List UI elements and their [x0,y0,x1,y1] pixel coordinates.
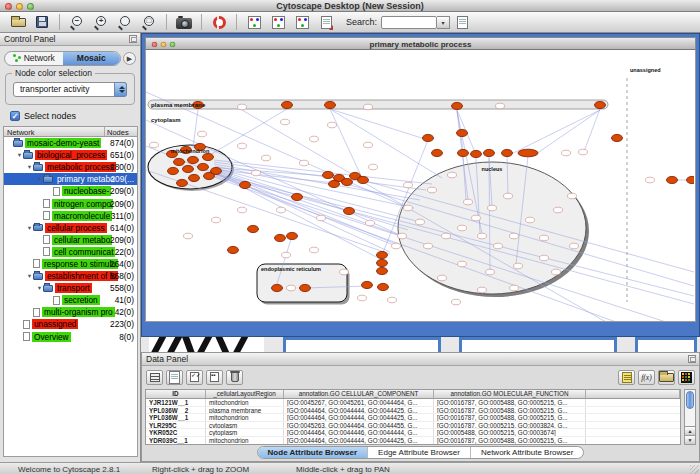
expander-icon[interactable]: ▼ [36,176,43,182]
column-header[interactable]: ID [146,390,206,398]
node-selected[interactable] [358,176,369,183]
node-selected[interactable] [452,102,463,109]
node-selected[interactable] [240,181,251,188]
node-selected[interactable] [595,101,606,108]
node-selected[interactable] [378,283,389,290]
node-unselected[interactable] [310,136,319,142]
column-header[interactable]: annotation.GO MOLECULAR_FUNCTION [434,390,586,398]
node-unselected[interactable] [448,172,457,178]
node-unselected[interactable] [398,233,407,239]
tab-network-attribute-browser[interactable]: Network Attribute Browser [471,447,583,458]
tree-row[interactable]: Overview8(0) [4,331,137,343]
tab-node-attribute-browser[interactable]: Node Attribute Browser [258,447,369,458]
tree-row[interactable]: mosaic-demo-yeast874(0) [4,137,137,149]
zoom-selected-button[interactable]: □ [138,13,160,31]
node-unselected[interactable] [328,122,337,128]
node-unselected[interactable] [442,233,451,239]
node-selected[interactable] [377,259,388,266]
table-cell[interactable]: YPL036W__1 [146,414,206,421]
node-selected[interactable] [174,158,185,165]
node-selected[interactable] [287,232,298,239]
edge[interactable] [330,109,442,178]
node-color-dropdown[interactable]: transporter activity [13,82,127,97]
node-selected[interactable] [300,284,311,291]
zoom-out-button[interactable]: − [66,13,88,31]
node-selected[interactable] [667,176,678,183]
node-unselected[interactable] [540,255,549,261]
table-cell[interactable]: mitochondrion [206,414,284,421]
node-unselected[interactable] [504,193,513,199]
node-unselected[interactable] [369,164,378,170]
plasma-membrane-region[interactable] [148,100,608,109]
tree-row[interactable]: ▼transport558(0) [4,282,137,294]
tab-mosaic[interactable]: Mosaic [63,52,121,65]
layout-blue-button[interactable] [267,13,289,31]
table-cell[interactable]: [GO:0045267, GO:0045261, GO:0044464, G..… [284,399,434,406]
column-header[interactable]: _cellularLayoutRegion [206,390,284,398]
node-unselected[interactable] [514,263,523,269]
node-selected-wide[interactable] [518,149,538,157]
unselect-all-attributes-button[interactable]: ▪▪ [206,370,223,385]
node-selected[interactable] [423,134,434,141]
layout-red-button[interactable] [291,13,313,31]
table-row[interactable]: YLR295Ccytoplasm[GO:0045263, GO:0044464,… [146,422,680,430]
node-unselected[interactable] [452,299,461,305]
node-unselected[interactable] [404,205,413,211]
table-cell[interactable]: YLR295C [146,422,206,429]
node-unselected[interactable] [340,269,349,275]
edge[interactable] [330,109,428,140]
column-header[interactable]: annotation.GO CELLULAR_COMPONENT [284,390,434,398]
node-selected[interactable] [323,171,334,178]
node-selected[interactable] [204,172,215,179]
tree-row[interactable]: cellular metabo209(0) [4,234,137,246]
table-cell[interactable]: cytoplasm [206,429,284,436]
node-selected[interactable] [228,246,239,253]
table-row[interactable]: YJR121W__1mitochondrion[GO:0045267, GO:0… [146,399,680,407]
table-cell[interactable]: mitochondrion [206,399,284,406]
node-selected[interactable] [458,149,469,156]
node-unselected[interactable] [366,220,375,226]
node-unselected[interactable] [198,131,207,137]
tree-row[interactable]: unassigned223(0) [4,318,137,330]
tab-overflow-button[interactable]: ▶ [123,52,136,65]
node-selected[interactable] [484,149,495,156]
edge[interactable] [330,109,363,180]
table-row[interactable]: YPL036W__1mitochondrion[GO:0044464, GO:0… [146,414,680,422]
node-selected[interactable] [342,178,353,185]
tree-row[interactable]: nitrogen compo209(0) [4,197,137,209]
node-unselected[interactable] [552,269,561,275]
node-selected[interactable] [292,193,303,200]
scrollbar-thumb[interactable] [686,391,694,409]
open-folder-button[interactable] [7,13,29,31]
node-selected[interactable] [183,165,194,172]
search-options-button[interactable] [451,13,473,31]
node-unselected[interactable] [494,243,503,249]
table-cell[interactable]: [GO:0016787, GO:0005488, GO:0005215, G..… [434,399,586,406]
tree-row[interactable]: ▼biological_process651(0) [4,149,137,161]
node-unselected[interactable] [416,219,425,225]
table-cell[interactable]: mitochondrion [206,437,284,444]
node-unselected[interactable] [496,103,505,109]
table-cell[interactable]: [GO:0044464, GO:0044444, GO:0044425, G..… [284,407,434,414]
cascaded-window-sliver[interactable] [459,337,617,352]
network-canvas[interactable]: plasma membranecytoplasmmitochondrionnuc… [145,50,696,322]
network-graph[interactable]: plasma membranecytoplasmmitochondrionnuc… [146,50,694,322]
attribute-matrix-button[interactable] [678,370,695,385]
zoom-in-button[interactable]: + [90,13,112,31]
table-cell[interactable]: [GO:0045263, GO:0044464, GO:0044455, G..… [284,422,434,429]
node-unselected[interactable] [570,243,579,249]
table-cell[interactable]: YJR121W__1 [146,399,206,406]
table-row[interactable]: YDR039C__1mitochondrion[GO:0044464, GO:0… [146,437,680,445]
float-panel-icon[interactable] [129,35,137,43]
create-attribute-button[interactable] [166,370,183,385]
node-unselected[interactable] [424,243,433,249]
select-all-attributes-button[interactable]: ✓✓ [186,370,203,385]
attribute-notes-button[interactable] [618,370,635,385]
dropdown-stepper-icon[interactable] [114,82,127,97]
edge[interactable] [536,110,600,154]
help-ring-button[interactable] [208,13,230,31]
node-unselected[interactable] [510,285,519,291]
node-selected[interactable] [272,284,283,291]
node-selected[interactable] [282,101,293,108]
node-unselected[interactable] [364,142,373,148]
